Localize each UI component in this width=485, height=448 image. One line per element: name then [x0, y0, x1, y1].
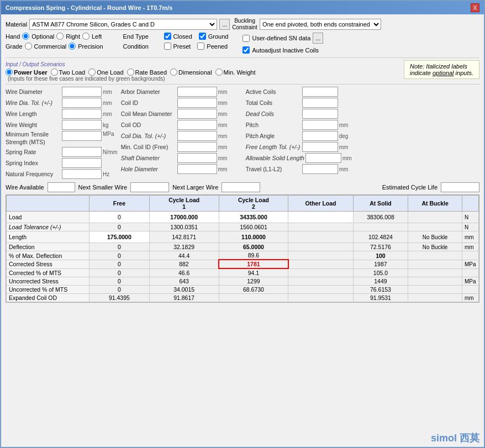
total-coils-label: Total Coils: [246, 99, 301, 106]
travel-label: Travel (L1-L2): [246, 166, 301, 172]
ground-checkbox[interactable]: [199, 33, 206, 40]
length-label: Length: [7, 231, 89, 243]
travel-input[interactable]: 32.8171: [302, 164, 338, 174]
autoadjust-checkbox[interactable]: [242, 46, 250, 54]
preset-checkbox[interactable]: [164, 43, 171, 50]
col2: Arbor Diameter 52.4165 mm Coil ID 56.000…: [121, 87, 242, 180]
hole-diam-input[interactable]: [177, 164, 217, 174]
condition-label: Condition: [123, 43, 162, 50]
wire-avail-input[interactable]: No: [48, 182, 75, 192]
coil-mean-input[interactable]: 73.0000: [177, 109, 217, 119]
buckling-select[interactable]: One end pivoted, both ends constrained: [260, 19, 381, 30]
wire-weight-label: Wire Weight: [6, 122, 61, 128]
table-row-load: Load 38306.008 N: [7, 212, 479, 223]
corr-stress-other: [288, 260, 353, 268]
dead-coils-input[interactable]: 0.0000: [302, 109, 338, 119]
wire-diam-input[interactable]: 17.0000: [62, 87, 102, 97]
load-cl1[interactable]: [149, 212, 219, 223]
coil-id-input[interactable]: 56.0000: [177, 98, 217, 108]
grade-commercial-radio[interactable]: [25, 43, 32, 50]
hand-right-radio[interactable]: [56, 33, 64, 40]
scenario-one-load-radio[interactable]: [88, 68, 96, 76]
grade-precision-radio[interactable]: [68, 43, 76, 50]
load-tol-cl1: 1300.0351: [149, 223, 219, 231]
deflection-cl1: 32.1829: [149, 243, 219, 251]
close-button[interactable]: X: [471, 3, 479, 12]
total-coils-input[interactable]: 6.028: [302, 98, 338, 108]
arbor-diam-input[interactable]: 52.4165: [177, 87, 217, 97]
coil-dia-tol-input[interactable]: 0.9906: [177, 131, 217, 141]
scenario-rate-based-radio[interactable]: [127, 68, 134, 76]
min-tensile-label: Minimum Tensile Strength (MTS): [6, 131, 61, 146]
exp-coil-od-free: 91.4395: [89, 294, 150, 302]
wire-weight-unit: kg: [103, 122, 117, 128]
next-smaller-label: Next Smaller Wire: [78, 184, 128, 191]
hand-optional-label: Optional: [31, 33, 54, 40]
load-buckle: [408, 212, 462, 223]
user-sn-button[interactable]: ...: [313, 33, 323, 44]
deflection-solid: 72.5176: [353, 243, 408, 251]
length-free[interactable]: [89, 231, 150, 243]
user-sn-row: User-defined SN data ...: [242, 33, 323, 44]
table-row-pct-deflection: % of Max. Deflection 0 44.4 89.6 100: [7, 251, 479, 260]
hole-diam-unit: mm: [218, 166, 233, 172]
allowable-solid-input[interactable]: [305, 153, 341, 163]
material-dots-button[interactable]: ...: [219, 19, 230, 30]
pct-deflection-label: % of Max. Deflection: [7, 251, 89, 260]
uncorr-pct-mts-free: 0: [89, 286, 150, 294]
wire-length-input[interactable]: 1394.4822: [62, 109, 102, 119]
min-coil-id-input[interactable]: 55.0094: [177, 142, 217, 152]
spring-index-input[interactable]: 4.2941: [62, 158, 102, 168]
closed-checkbox[interactable]: [164, 33, 171, 40]
hand-left-radio[interactable]: [82, 33, 89, 40]
cycle-life-input[interactable]: No data: [441, 182, 479, 192]
pitch-angle-label: Pitch Angle: [246, 133, 301, 139]
active-coils-input[interactable]: 4.028: [302, 87, 338, 97]
corr-stress-solid: 1987: [353, 260, 408, 268]
deflection-buckle: No Buckle: [408, 243, 462, 251]
user-sn-checkbox[interactable]: [242, 35, 250, 42]
free-len-tol-input[interactable]: [302, 142, 338, 152]
next-larger-input[interactable]: [222, 182, 260, 192]
scenario-min-weight-label: Min. Weight: [224, 69, 256, 76]
scenario-dimensional-radio[interactable]: [170, 68, 177, 76]
scenario-power-user-label: Power User: [14, 69, 48, 76]
load-tol-unit: N: [462, 223, 479, 231]
coil-od-input[interactable]: 90.0000: [177, 120, 217, 130]
load-free[interactable]: [89, 212, 150, 223]
uncorr-pct-mts-solid: 76.6153: [353, 286, 408, 294]
exp-coil-od-unit: mm: [462, 294, 479, 302]
pct-deflection-other: [288, 251, 353, 260]
wire-weight-input[interactable]: 2.48819: [62, 120, 102, 130]
natural-freq-input[interactable]: 283: [62, 169, 102, 179]
pitch-angle-input[interactable]: 8.6776: [302, 131, 338, 141]
peened-checkbox[interactable]: [197, 43, 204, 50]
scenario-min-weight-radio[interactable]: [215, 68, 223, 76]
scenario-two-load-radio[interactable]: [51, 68, 58, 76]
next-smaller-input[interactable]: [130, 182, 169, 192]
uncorr-stress-solid: 1449: [353, 277, 408, 286]
grade-label: Grade: [6, 43, 23, 50]
shaft-diam-input[interactable]: [177, 153, 217, 163]
results-table: Free Cycle Load1 Cycle Load2 Other Load …: [6, 195, 479, 302]
min-tensile-input[interactable]: 1892: [62, 131, 102, 141]
scenario-power-user-radio[interactable]: [6, 68, 13, 76]
corr-stress-cl2[interactable]: 1781: [219, 260, 288, 268]
load-cl2[interactable]: [219, 212, 288, 223]
spring-rate-input[interactable]: 528.2308: [62, 147, 102, 157]
hand-optional-radio[interactable]: [22, 33, 29, 40]
hand-left-label: Left: [92, 33, 102, 40]
corr-pct-mts-other: [288, 268, 353, 277]
peened-label: Peened: [207, 43, 228, 50]
exp-coil-od-other: [288, 294, 353, 302]
load-other[interactable]: [288, 212, 353, 223]
material-select[interactable]: ASTM A877 Chrome Silicon, Grades C and D: [29, 19, 217, 30]
length-buckle: No Buckle: [408, 231, 462, 243]
spring-rate-label: Spring Rate: [6, 149, 61, 155]
watermark: simol 西莫: [431, 431, 479, 445]
wire-dia-tol-input[interactable]: [62, 98, 102, 108]
deflection-unit: mm: [462, 243, 479, 251]
autoadjust-row: Autoadjust Inactive Coils: [242, 46, 323, 54]
pitch-input[interactable]: 35.0017: [302, 120, 338, 130]
arbor-diam-label: Arbor Diameter: [121, 88, 176, 95]
